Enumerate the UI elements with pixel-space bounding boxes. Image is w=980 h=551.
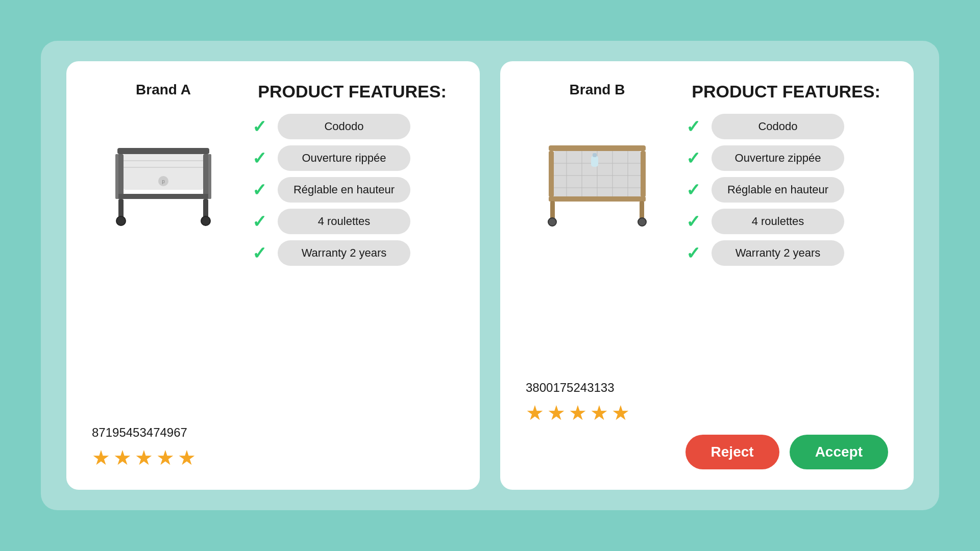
star-b-3: ★ xyxy=(569,401,587,424)
checkmark-b-5: ✓ xyxy=(684,243,702,263)
feature-b-item-2: ✓ Ouverture zippée xyxy=(684,145,888,171)
star-a-1: ★ xyxy=(92,446,110,469)
checkmark-a-3: ✓ xyxy=(250,180,268,200)
checkmark-a-1: ✓ xyxy=(250,116,268,137)
feature-a-pill-4: 4 roulettes xyxy=(278,209,410,234)
features-a-section: PRODUCT FEATURES: ✓ Cododo ✓ Ouverture r… xyxy=(250,82,454,266)
features-b-section: PRODUCT FEATURES: ✓ Cododo ✓ Ouverture z… xyxy=(684,82,888,266)
feature-b-pill-2: Ouverture zippée xyxy=(712,145,844,171)
feature-a-pill-2: Ouverture rippée xyxy=(278,145,410,171)
svg-point-30 xyxy=(548,218,556,226)
features-b-list: ✓ Cododo ✓ Ouverture zippée ✓ Réglable e… xyxy=(684,114,888,266)
feature-b-pill-5: Warranty 2 years xyxy=(712,240,844,266)
brand-b-image-section: Brand B xyxy=(526,82,669,240)
features-b-title: PRODUCT FEATURES: xyxy=(684,82,888,102)
product-b-id: 3800175243133 xyxy=(526,381,888,395)
feature-a-pill-1: Cododo xyxy=(278,114,410,139)
checkmark-a-5: ✓ xyxy=(250,243,268,263)
svg-rect-6 xyxy=(117,194,209,199)
stars-a: ★ ★ ★ ★ ★ xyxy=(92,446,454,469)
svg-rect-33 xyxy=(593,153,597,157)
product-a-id: 87195453474967 xyxy=(92,425,454,440)
checkmark-a-2: ✓ xyxy=(250,148,268,168)
feature-b-item-3: ✓ Réglable en hauteur xyxy=(684,177,888,203)
product-a-image: p xyxy=(97,107,230,240)
feature-a-item-5: ✓ Warranty 2 years xyxy=(250,240,454,266)
svg-rect-0 xyxy=(117,148,209,154)
feature-a-item-3: ✓ Réglable en hauteur xyxy=(250,177,454,203)
star-a-3: ★ xyxy=(135,446,153,469)
feature-b-item-5: ✓ Warranty 2 years xyxy=(684,240,888,266)
feature-a-item-4: ✓ 4 roulettes xyxy=(250,209,454,234)
svg-rect-14 xyxy=(208,154,211,199)
star-b-4: ★ xyxy=(590,401,608,424)
feature-b-pill-4: 4 roulettes xyxy=(712,209,844,234)
outer-card: Brand A xyxy=(41,41,939,510)
feature-b-pill-3: Réglable en hauteur xyxy=(712,177,844,203)
product-card-a: Brand A xyxy=(66,61,480,490)
card-a-top: Brand A xyxy=(92,82,454,266)
star-a-5: ★ xyxy=(178,446,196,469)
svg-rect-15 xyxy=(549,145,646,151)
feature-a-pill-5: Warranty 2 years xyxy=(278,240,410,266)
svg-text:p: p xyxy=(162,179,165,184)
svg-point-9 xyxy=(116,216,126,226)
feature-b-item-1: ✓ Cododo xyxy=(684,114,888,139)
svg-rect-27 xyxy=(549,196,646,202)
feature-a-pill-3: Réglable en hauteur xyxy=(278,177,410,203)
card-a-bottom: 87195453474967 ★ ★ ★ ★ ★ xyxy=(92,410,454,469)
brand-a-name: Brand A xyxy=(136,82,191,98)
svg-rect-13 xyxy=(115,154,118,199)
feature-a-item-1: ✓ Cododo xyxy=(250,114,454,139)
card-b-top: Brand B xyxy=(526,82,888,266)
features-a-title: PRODUCT FEATURES: xyxy=(250,82,454,102)
svg-rect-32 xyxy=(591,156,598,167)
checkmark-b-1: ✓ xyxy=(684,116,702,137)
svg-rect-16 xyxy=(549,151,554,197)
checkmark-a-4: ✓ xyxy=(250,211,268,232)
action-buttons: Reject Accept xyxy=(526,435,888,469)
card-b-bottom: 3800175243133 ★ ★ ★ ★ ★ Reject Accept xyxy=(526,365,888,469)
svg-rect-17 xyxy=(641,151,646,197)
accept-button[interactable]: Accept xyxy=(790,435,888,469)
svg-point-10 xyxy=(201,216,210,226)
feature-b-pill-1: Cododo xyxy=(712,114,844,139)
stars-b: ★ ★ ★ ★ ★ xyxy=(526,401,888,424)
feature-b-item-4: ✓ 4 roulettes xyxy=(684,209,888,234)
star-b-5: ★ xyxy=(611,401,630,424)
checkmark-b-3: ✓ xyxy=(684,180,702,200)
star-a-2: ★ xyxy=(113,446,132,469)
star-a-4: ★ xyxy=(156,446,175,469)
feature-a-item-2: ✓ Ouverture rippée xyxy=(250,145,454,171)
checkmark-b-2: ✓ xyxy=(684,148,702,168)
brand-b-name: Brand B xyxy=(570,82,625,98)
checkmark-b-4: ✓ xyxy=(684,211,702,232)
product-card-b: Brand B xyxy=(500,61,914,490)
brand-a-image-section: Brand A xyxy=(92,82,235,240)
star-b-1: ★ xyxy=(526,401,544,424)
reject-button[interactable]: Reject xyxy=(685,435,779,469)
star-b-2: ★ xyxy=(547,401,566,424)
svg-point-31 xyxy=(638,218,646,226)
product-b-image xyxy=(531,107,664,240)
features-a-list: ✓ Cododo ✓ Ouverture rippée ✓ Réglable e… xyxy=(250,114,454,266)
